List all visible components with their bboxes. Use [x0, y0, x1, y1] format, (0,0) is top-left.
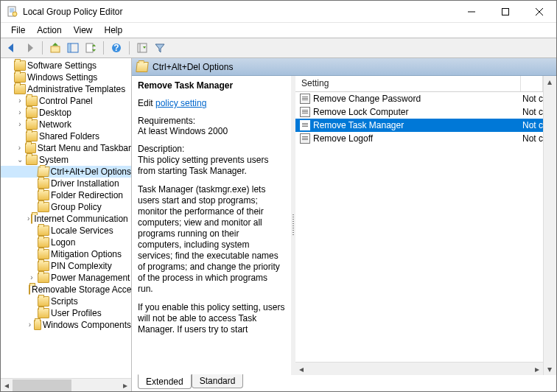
show-hide-tree-button[interactable]	[65, 40, 81, 56]
edit-policy-link[interactable]: policy setting	[155, 98, 206, 108]
tree-node[interactable]: Software Settings	[1, 60, 131, 71]
tree-pane: Software SettingsWindows SettingsAdminis…	[1, 58, 132, 391]
svg-point-4	[13, 12, 17, 16]
tree-node[interactable]: ›Start Menu and Taskbar	[1, 142, 131, 154]
tree-hscrollbar[interactable]: ◂ ▸	[1, 378, 131, 391]
svg-text:?: ?	[113, 43, 119, 53]
forward-button[interactable]	[21, 40, 38, 56]
up-button[interactable]	[47, 40, 63, 56]
tree-node-label: Ctrl+Alt+Del Options	[51, 166, 131, 178]
content-row: Remove Task Manager Edit policy setting …	[132, 76, 556, 375]
list-row[interactable]: Remove LogoffNot configured	[295, 132, 543, 145]
tree-node-label: Logon	[51, 237, 75, 248]
tree-node[interactable]: ›Network	[1, 119, 131, 130]
scroll-right-icon[interactable]: ▸	[119, 379, 131, 391]
settings-list: Setting Remove Change PasswordNot config…	[295, 76, 543, 375]
tree-node[interactable]: Folder Redirection	[1, 189, 131, 201]
tree-node-label: Start Menu and Taskbar	[38, 142, 131, 154]
close-button[interactable]	[522, 1, 556, 22]
tab-extended[interactable]: Extended	[138, 374, 192, 389]
policy-icon	[300, 107, 310, 117]
setting-label: Remove Change Password	[313, 94, 421, 104]
expand-icon[interactable]: ⌄	[15, 154, 24, 166]
titlebar: Local Group Policy Editor	[1, 1, 556, 23]
expand-icon[interactable]: ›	[15, 142, 24, 154]
bottom-tabs: Extended Standard	[132, 375, 556, 391]
menubar: File Action View Help	[1, 23, 556, 38]
tree-node[interactable]: PIN Complexity	[1, 260, 131, 272]
tree-node[interactable]: Windows Settings	[1, 71, 131, 83]
tree-node[interactable]: ›Control Panel	[1, 95, 131, 107]
tree-node[interactable]: Scripts	[1, 295, 131, 307]
tree-node[interactable]: Logon	[1, 237, 131, 248]
tree-node[interactable]: ›Power Management	[1, 272, 131, 284]
tree-node[interactable]: Driver Installation	[1, 178, 131, 189]
expand-icon[interactable]: ›	[27, 319, 32, 331]
tab-standard[interactable]: Standard	[192, 374, 244, 388]
folder-icon	[26, 155, 38, 165]
requirements-label: Requirements:	[138, 116, 285, 126]
scroll-down-icon[interactable]: ▾	[544, 363, 556, 375]
folder-icon	[14, 60, 26, 71]
scroll-right-icon[interactable]: ▸	[531, 363, 543, 375]
nav-tree[interactable]: Software SettingsWindows SettingsAdminis…	[1, 58, 131, 378]
scroll-left-icon[interactable]: ◂	[1, 379, 13, 391]
tree-node[interactable]: ›Windows Components	[1, 319, 131, 331]
list-row[interactable]: Remove Lock ComputerNot configured	[295, 105, 543, 119]
menu-help[interactable]: Help	[99, 24, 129, 37]
folder-icon	[38, 178, 49, 189]
setting-state: Not configured	[521, 94, 543, 104]
tree-node[interactable]: Group Policy	[1, 201, 131, 213]
tree-node[interactable]: Locale Services	[1, 225, 131, 237]
folder-icon	[38, 296, 49, 307]
tree-node[interactable]: ⌄System	[1, 154, 131, 166]
help-button[interactable]: ?	[108, 40, 125, 56]
list-hscrollbar[interactable]: ◂ ▸	[295, 362, 543, 375]
column-state[interactable]	[521, 76, 543, 91]
tree-node[interactable]: User Profiles	[1, 307, 131, 319]
tree-node-label: Driver Installation	[51, 178, 119, 189]
expand-icon[interactable]: ›	[15, 95, 24, 107]
tree-node[interactable]: Administrative Templates	[1, 83, 131, 95]
expand-icon[interactable]: ›	[15, 119, 24, 130]
tree-node[interactable]: Ctrl+Alt+Del Options	[1, 166, 131, 178]
tree-node-label: Power Management	[51, 272, 130, 284]
list-row[interactable]: Remove Change PasswordNot configured	[295, 92, 543, 105]
folder-icon	[25, 143, 36, 153]
extended-splitter[interactable]	[291, 76, 295, 375]
tree-node[interactable]: ›Desktop	[1, 107, 131, 119]
tree-node[interactable]: Removable Storage Access	[1, 284, 131, 295]
expand-icon[interactable]: ›	[27, 272, 36, 284]
scroll-thumb[interactable]	[13, 379, 71, 391]
export-button[interactable]	[83, 40, 99, 56]
setting-state: Not configured	[521, 120, 543, 130]
scroll-left-icon[interactable]: ◂	[295, 363, 307, 375]
scroll-track[interactable]	[13, 379, 119, 391]
filter-button[interactable]	[152, 40, 168, 56]
tree-node-label: Group Policy	[51, 201, 102, 213]
svg-rect-9	[51, 46, 60, 52]
back-button[interactable]	[4, 40, 20, 56]
minimize-button[interactable]	[455, 1, 488, 22]
scroll-track[interactable]	[544, 88, 556, 363]
list-vscrollbar[interactable]: ▴ ▾	[543, 76, 556, 375]
menu-action[interactable]: Action	[31, 24, 67, 37]
requirements-value: At least Windows 2000	[138, 126, 285, 136]
tree-node[interactable]: Shared Folders	[1, 130, 131, 142]
scroll-up-icon[interactable]: ▴	[544, 76, 556, 88]
properties-button[interactable]	[134, 40, 150, 56]
tree-node[interactable]: Mitigation Options	[1, 248, 131, 260]
list-row[interactable]: Remove Task ManagerNot configured	[295, 119, 543, 132]
folder-icon	[38, 237, 49, 248]
column-setting[interactable]: Setting	[295, 76, 521, 91]
menu-view[interactable]: View	[68, 24, 99, 37]
menu-file[interactable]: File	[5, 24, 31, 37]
setting-state: Not configured	[521, 107, 543, 117]
expand-icon[interactable]: ›	[27, 213, 29, 225]
folder-icon	[31, 214, 32, 224]
maximize-button[interactable]	[488, 1, 522, 22]
description-p3: If you enable this policy setting, users…	[138, 302, 285, 335]
tree-node[interactable]: ›Internet Communication Management	[1, 213, 131, 225]
expand-icon[interactable]: ›	[15, 107, 24, 119]
folder-icon	[26, 131, 38, 141]
